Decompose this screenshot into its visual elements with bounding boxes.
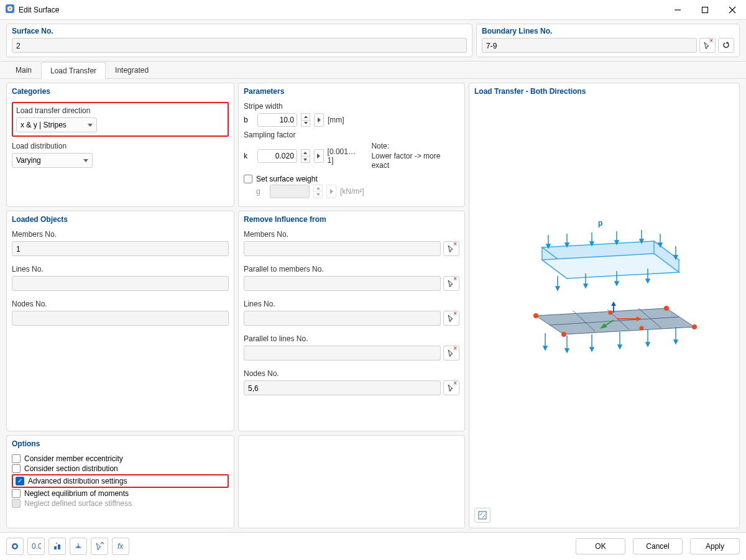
svg-point-22 <box>533 313 538 318</box>
mid-column: Parameters Stripe width b [mm] Sampling … <box>238 83 465 528</box>
left-column: Categories Load transfer direction x & y… <box>6 83 234 528</box>
svg-point-27 <box>640 326 644 330</box>
boundary-reverse-button[interactable] <box>718 38 734 53</box>
svg-rect-4 <box>702 7 708 12</box>
loaded-members-input[interactable]: 1 <box>12 241 229 256</box>
sampling-go-button[interactable] <box>314 149 324 163</box>
options-panel: Options Consider member eccentricity Con… <box>6 435 234 528</box>
option-label: Advanced distribution settings <box>28 477 127 485</box>
sampling-input[interactable] <box>257 149 297 163</box>
set-surface-weight-check[interactable]: Set surface weight <box>244 175 459 183</box>
remove-par-lines-input[interactable] <box>244 346 441 360</box>
svg-rect-37 <box>479 512 486 519</box>
g-sym: g <box>256 187 266 196</box>
window-minimize-button[interactable] <box>664 0 691 20</box>
preview-title: Load Transfer - Both Directions <box>474 87 734 96</box>
remove-par-lines-pick[interactable] <box>443 346 459 360</box>
remove-lines-input[interactable] <box>244 311 441 326</box>
ok-button[interactable]: OK <box>576 538 625 554</box>
option-section-distribution[interactable]: Consider section distribution <box>12 464 229 473</box>
note-body: Lower factor -> more exact <box>371 152 459 171</box>
sampling-range: [0.001…1] <box>328 147 362 165</box>
content-area: Categories Load transfer direction x & y… <box>0 79 746 532</box>
chevron-down-icon <box>88 124 93 127</box>
svg-text:×: × <box>100 542 104 547</box>
categories-title: Categories <box>12 87 229 96</box>
load-distribution-select[interactable]: Varying <box>12 153 93 168</box>
empty-panel <box>238 435 465 528</box>
stripe-width-input[interactable] <box>257 113 297 127</box>
window-maximize-button[interactable] <box>691 0 719 20</box>
footer-tool5-button[interactable]: × <box>91 538 108 555</box>
load-distribution-value: Varying <box>16 156 41 165</box>
option-label: Neglect equilibrium of moments <box>24 489 129 498</box>
tab-load-transfer[interactable]: Load Transfer <box>41 62 106 79</box>
parameters-title: Parameters <box>244 87 459 96</box>
footer-tool6-button[interactable]: fx <box>112 538 129 555</box>
stripe-width-label: Stripe width <box>244 102 459 111</box>
svg-rect-42 <box>58 544 60 549</box>
remove-members-pick[interactable] <box>443 241 459 256</box>
tab-main[interactable]: Main <box>6 62 41 78</box>
surface-no-input[interactable]: 2 <box>12 38 467 53</box>
app-icon <box>5 4 15 16</box>
option-neglect-equilibrium[interactable]: Neglect equilibrium of moments <box>12 489 229 498</box>
checkbox-icon <box>244 175 252 183</box>
sampling-sym: k <box>244 152 254 160</box>
g-go-button <box>326 185 336 198</box>
load-direction-value: x & y | Stripes <box>21 121 67 129</box>
window-close-button[interactable] <box>719 0 746 20</box>
stripe-go-button[interactable] <box>314 113 324 127</box>
footer-help-button[interactable] <box>6 538 24 555</box>
load-label-p: p <box>598 219 602 227</box>
right-column: Load Transfer - Both Directions p <box>469 83 740 528</box>
svg-point-23 <box>664 306 669 311</box>
preview-panel: Load Transfer - Both Directions p <box>469 83 740 528</box>
apply-button[interactable]: Apply <box>690 538 740 554</box>
remove-nodes-label: Nodes No. <box>244 369 459 378</box>
option-advanced-distribution[interactable]: Advanced distribution settings <box>16 477 225 485</box>
svg-point-25 <box>561 332 566 337</box>
loaded-objects-panel: Loaded Objects Members No. 1 Lines No. N… <box>6 211 234 431</box>
preview-toolbar-button[interactable] <box>474 508 490 523</box>
header-inputs: Surface No. 2 Boundary Lines No. 7-9 <box>0 20 746 62</box>
boundary-pick-button[interactable] <box>699 38 716 53</box>
remove-nodes-pick[interactable] <box>443 380 459 395</box>
load-distribution-label: Load distribution <box>12 142 229 150</box>
footer-tool4-button[interactable] <box>70 538 87 555</box>
window-title: Edit Surface <box>15 6 664 14</box>
loaded-nodes-input[interactable] <box>12 311 229 326</box>
remove-par-members-label: Parallel to members No. <box>244 265 459 273</box>
checkbox-icon <box>12 489 21 498</box>
g-spinner <box>313 185 323 198</box>
option-label: Neglect defined surface stiffness <box>24 499 132 508</box>
preview-canvas[interactable]: p <box>474 99 734 507</box>
tab-row: Main Load Transfer Integrated <box>0 62 746 79</box>
remove-par-members-input[interactable] <box>244 276 441 291</box>
remove-members-input[interactable] <box>244 241 441 256</box>
tab-integrated[interactable]: Integrated <box>106 62 158 78</box>
boundary-label: Boundary Lines No. <box>482 27 734 35</box>
option-advanced-highlight: Advanced distribution settings <box>12 474 229 488</box>
load-direction-highlight: Load transfer direction x & y | Stripes <box>12 102 229 137</box>
remove-nodes-input[interactable]: 5,6 <box>244 380 441 395</box>
option-neglect-stiffness: Neglect defined surface stiffness <box>12 499 229 508</box>
stripe-spinner[interactable] <box>301 113 310 127</box>
preview-svg: p <box>505 216 704 390</box>
footer-units-button[interactable]: 0.00 <box>27 538 45 555</box>
option-eccentricity[interactable]: Consider member eccentricity <box>12 454 229 463</box>
footer-tool3-button[interactable] <box>48 538 66 555</box>
svg-text:fx: fx <box>117 542 124 551</box>
loaded-lines-input[interactable] <box>12 276 229 291</box>
footer-bar: 0.00 × fx OK Cancel Apply <box>0 532 746 560</box>
remove-influence-title: Remove Influence from <box>244 215 459 224</box>
window-titlebar: Edit Surface <box>0 0 746 20</box>
categories-panel: Categories Load transfer direction x & y… <box>6 83 234 207</box>
boundary-lines-group: Boundary Lines No. 7-9 <box>476 24 740 57</box>
boundary-input[interactable]: 7-9 <box>482 38 697 53</box>
cancel-button[interactable]: Cancel <box>633 538 683 554</box>
remove-par-members-pick[interactable] <box>443 276 459 291</box>
remove-lines-pick[interactable] <box>443 311 459 326</box>
load-direction-select[interactable]: x & y | Stripes <box>16 117 97 132</box>
sampling-spinner[interactable] <box>301 149 310 163</box>
